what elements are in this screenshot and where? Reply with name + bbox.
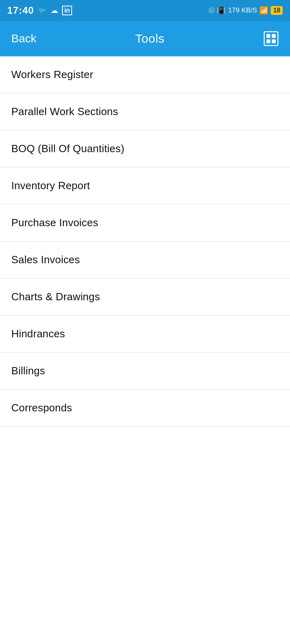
menu-item-parallel-work-sections[interactable]: Parallel Work Sections <box>0 93 290 130</box>
menu-item-label-workers-register: Workers Register <box>11 68 93 81</box>
app-bar-title: Tools <box>135 32 165 45</box>
grid-icon[interactable] <box>263 31 279 46</box>
menu-item-workers-register[interactable]: Workers Register <box>0 56 290 93</box>
svg-rect-2 <box>272 34 276 38</box>
svg-rect-1 <box>267 34 271 38</box>
signal-icon: 📶 <box>259 6 268 15</box>
menu-item-label-boq: BOQ (Bill Of Quantities) <box>11 142 124 155</box>
menu-item-purchase-invoices[interactable]: Purchase Invoices <box>0 204 290 242</box>
back-button[interactable]: Back <box>11 32 36 45</box>
menu-item-label-corresponds: Corresponds <box>11 402 72 414</box>
menu-item-label-inventory-report: Inventory Report <box>11 180 90 192</box>
menu-item-hindrances[interactable]: Hindrances <box>0 316 290 353</box>
menu-item-billings[interactable]: Billings <box>0 353 290 390</box>
svg-rect-0 <box>264 32 278 45</box>
menu-item-corresponds[interactable]: Corresponds <box>0 390 290 427</box>
linkedin-icon: in <box>62 6 72 15</box>
cloud-icon: ☁ <box>51 6 58 15</box>
status-bar-left: 17:40 🐦 ☁ in <box>7 5 72 16</box>
data-speed: 179 KB/S <box>228 6 257 14</box>
menu-item-sales-invoices[interactable]: Sales Invoices <box>0 242 290 279</box>
svg-rect-3 <box>267 39 271 43</box>
twitter-icon: 🐦 <box>38 6 47 15</box>
menu-item-label-billings: Billings <box>11 365 45 377</box>
menu-item-label-charts-drawings: Charts & Drawings <box>11 291 100 303</box>
vibrate-icon: 📳 <box>217 6 226 15</box>
grid-icon-svg <box>263 31 279 46</box>
menu-item-boq[interactable]: BOQ (Bill Of Quantities) <box>0 130 290 167</box>
menu-item-charts-drawings[interactable]: Charts & Drawings <box>0 279 290 316</box>
menu-item-label-purchase-invoices: Purchase Invoices <box>11 217 98 229</box>
battery-badge: 18 <box>271 6 283 15</box>
status-time: 17:40 <box>7 5 34 16</box>
status-bar: 17:40 🐦 ☁ in ⦾ 📳 179 KB/S 📶 18 <box>0 0 290 21</box>
svg-rect-4 <box>272 39 276 43</box>
menu-item-label-hindrances: Hindrances <box>11 328 65 340</box>
menu-list: Workers RegisterParallel Work SectionsBO… <box>0 56 290 427</box>
menu-item-label-sales-invoices: Sales Invoices <box>11 254 80 266</box>
status-bar-right: ⦾ 📳 179 KB/S 📶 18 <box>209 6 283 15</box>
menu-item-inventory-report[interactable]: Inventory Report <box>0 167 290 204</box>
bluetooth-icon: ⦾ <box>209 6 214 15</box>
app-bar: Back Tools <box>0 21 290 56</box>
menu-item-label-parallel-work-sections: Parallel Work Sections <box>11 105 118 118</box>
